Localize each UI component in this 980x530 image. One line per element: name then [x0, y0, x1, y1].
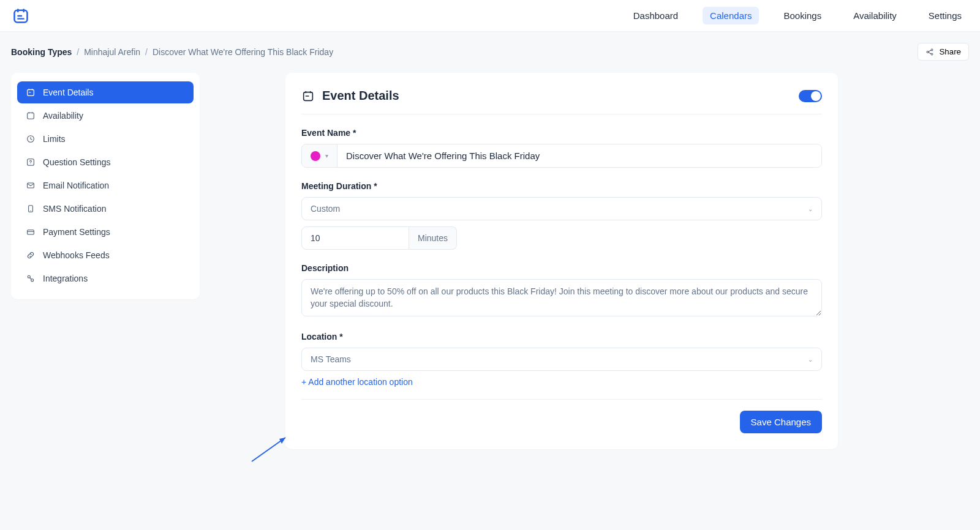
link-icon [26, 250, 36, 260]
card-title: Event Details [301, 89, 399, 103]
sidebar-item-limits[interactable]: Limits [17, 128, 194, 150]
sidebar-item-availability[interactable]: Availability [17, 105, 194, 127]
settings-sidebar: Event Details Availability Limits Questi… [11, 73, 200, 299]
sidebar-item-email-notification[interactable]: Email Notification [17, 174, 194, 196]
app-header: Dashboard Calendars Bookings Availabilit… [0, 0, 980, 32]
svg-rect-5 [28, 113, 34, 119]
location-group: Location * MS Teams ⌄ + Add another loca… [301, 332, 822, 387]
card-title-text: Event Details [322, 89, 399, 103]
sidebar-item-payment-settings[interactable]: Payment Settings [17, 221, 194, 243]
description-group: Description [301, 263, 822, 318]
event-details-card: Event Details Event Name * ▾ Meeting Dur… [285, 73, 838, 449]
integrations-icon [26, 274, 36, 283]
chevron-down-icon: ▾ [325, 152, 328, 159]
sidebar-item-label: Email Notification [43, 181, 109, 190]
sidebar-item-label: Question Settings [43, 157, 111, 167]
svg-rect-9 [28, 183, 34, 188]
breadcrumb-leaf: Discover What We're Offering This Black … [153, 47, 333, 57]
color-swatch-dot [311, 151, 320, 161]
svg-marker-16 [279, 438, 285, 444]
event-name-input-wrap: ▾ [301, 144, 822, 168]
event-name-group: Event Name * ▾ [301, 128, 822, 168]
meeting-duration-group: Meeting Duration * Custom ⌄ Minutes [301, 181, 822, 250]
calendar-check-icon [26, 111, 36, 121]
event-name-label: Event Name * [301, 128, 822, 138]
breadcrumb-sep: / [77, 47, 79, 57]
chevron-down-icon: ⌄ [808, 206, 813, 212]
svg-line-15 [252, 438, 285, 461]
nav-calendars[interactable]: Calendars [703, 7, 759, 24]
svg-point-8 [30, 163, 31, 164]
enabled-toggle[interactable] [799, 90, 822, 102]
annotation-arrow-icon [249, 434, 292, 465]
duration-unit-label: Minutes [418, 233, 448, 243]
svg-point-1 [927, 51, 929, 53]
svg-point-2 [931, 49, 933, 51]
event-color-picker[interactable]: ▾ [302, 144, 337, 167]
credit-card-icon [26, 227, 36, 237]
page-body: Booking Types / Minhajul Arefin / Discov… [0, 32, 980, 474]
share-button[interactable]: Share [918, 43, 969, 61]
card-footer: Save Changes [301, 399, 822, 433]
sidebar-item-question-settings[interactable]: Question Settings [17, 151, 194, 173]
nav-settings[interactable]: Settings [921, 7, 969, 24]
phone-icon [26, 204, 36, 214]
sidebar-item-integrations[interactable]: Integrations [17, 267, 194, 289]
sidebar-item-label: Limits [43, 134, 66, 144]
sidebar-item-sms-notification[interactable]: SMS Notification [17, 198, 194, 220]
duration-value-input[interactable] [301, 226, 409, 250]
location-value: MS Teams [311, 354, 351, 364]
sidebar-item-event-details[interactable]: Event Details [17, 81, 194, 103]
card-header: Event Details [301, 89, 822, 114]
nav-availability[interactable]: Availability [846, 7, 904, 24]
sidebar-item-label: Integrations [43, 274, 88, 283]
duration-preset-select[interactable]: Custom ⌄ [301, 197, 822, 220]
svg-point-11 [30, 211, 31, 211]
sidebar-item-webhooks-feeds[interactable]: Webhooks Feeds [17, 244, 194, 266]
share-icon [925, 48, 934, 56]
sidebar-item-label: SMS Notification [43, 204, 106, 214]
svg-rect-12 [28, 230, 34, 234]
top-nav: Dashboard Calendars Bookings Availabilit… [626, 7, 969, 24]
description-label: Description [301, 263, 822, 273]
chevron-down-icon: ⌄ [808, 356, 813, 363]
clock-icon [26, 134, 36, 144]
add-location-link[interactable]: + Add another location option [301, 377, 413, 387]
content-layout: Event Details Availability Limits Questi… [11, 73, 969, 449]
calendar-logo-icon [12, 7, 29, 24]
sidebar-item-label: Event Details [43, 88, 93, 97]
breadcrumb-mid[interactable]: Minhajul Arefin [84, 47, 140, 57]
share-button-label: Share [939, 47, 961, 56]
sidebar-item-label: Payment Settings [43, 227, 110, 237]
nav-bookings[interactable]: Bookings [776, 7, 829, 24]
breadcrumb-bar: Booking Types / Minhajul Arefin / Discov… [11, 43, 969, 61]
location-select[interactable]: MS Teams ⌄ [301, 348, 822, 371]
nav-dashboard[interactable]: Dashboard [626, 7, 685, 24]
svg-point-3 [931, 53, 933, 55]
mail-icon [26, 181, 36, 190]
duration-custom-row: Minutes [301, 226, 463, 250]
breadcrumb-root[interactable]: Booking Types [11, 47, 72, 57]
question-icon [26, 157, 36, 167]
breadcrumb: Booking Types / Minhajul Arefin / Discov… [11, 47, 333, 57]
sidebar-item-label: Availability [43, 111, 83, 121]
description-textarea[interactable] [301, 279, 822, 316]
save-changes-button[interactable]: Save Changes [740, 411, 822, 433]
sidebar-item-label: Webhooks Feeds [43, 250, 110, 260]
calendar-icon [301, 89, 315, 103]
calendar-icon [26, 88, 36, 97]
location-label: Location * [301, 332, 822, 342]
event-name-input[interactable] [337, 144, 821, 167]
duration-preset-value: Custom [311, 204, 340, 214]
duration-unit-select[interactable]: Minutes [409, 226, 457, 250]
breadcrumb-sep: / [145, 47, 148, 57]
meeting-duration-label: Meeting Duration * [301, 181, 822, 191]
app-logo[interactable] [11, 6, 31, 26]
